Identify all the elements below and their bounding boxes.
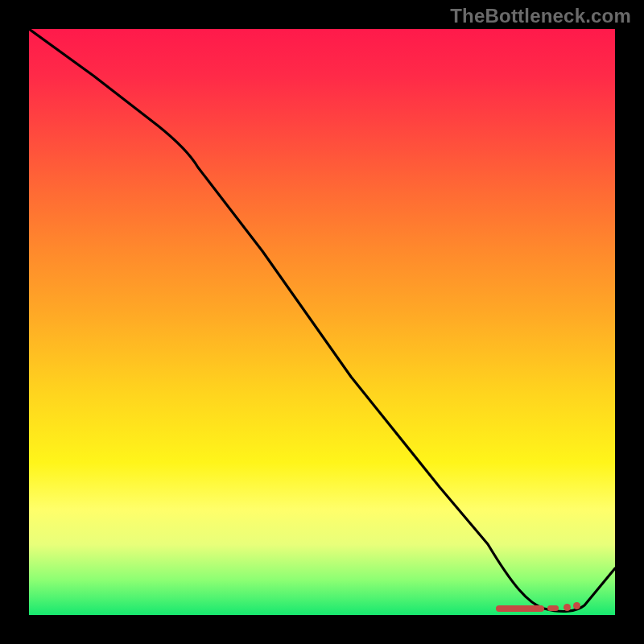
optimal-range-marker [496,605,544,612]
optimal-range-marker-2 [547,605,559,611]
chart-container: TheBottleneck.com [0,0,644,644]
optimal-range-dot [564,604,571,611]
watermark-text: TheBottleneck.com [450,5,631,27]
bottleneck-curve [29,29,615,611]
optimal-range-dot-2 [573,602,580,609]
line-chart [29,29,615,615]
plot-area [29,29,615,615]
